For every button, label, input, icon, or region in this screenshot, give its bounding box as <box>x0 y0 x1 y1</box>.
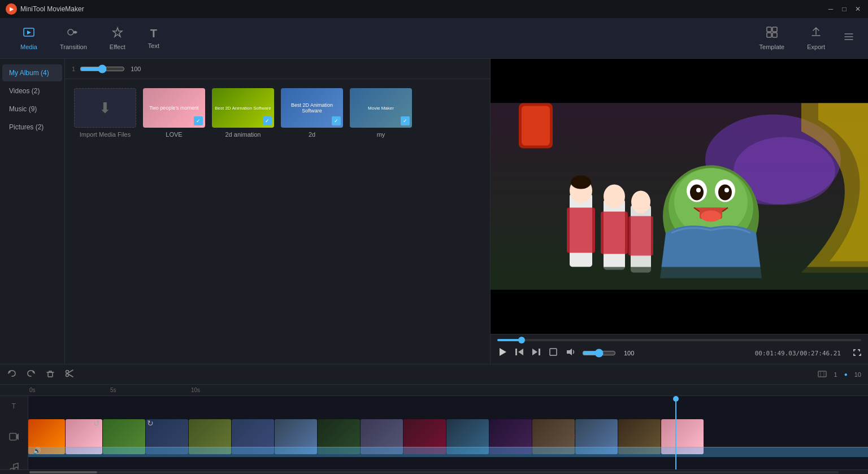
svg-point-23 <box>701 211 721 222</box>
timeline-tracks: T 🔊 ↺ ↻ <box>0 396 868 469</box>
svg-marker-41 <box>567 349 572 355</box>
import-label: Import Media Files <box>80 131 131 138</box>
love-label: LOVE <box>166 131 182 138</box>
svg-point-32 <box>631 191 650 214</box>
music-track-content <box>28 457 868 469</box>
svg-rect-34 <box>491 267 868 290</box>
sidebar-item-pictures[interactable]: Pictures (2) <box>2 119 62 136</box>
checkmark-2d: ✓ <box>332 116 341 125</box>
ruler-10s: 10s <box>191 387 245 393</box>
media-volume-value: 100 <box>131 66 141 72</box>
svg-marker-39 <box>532 349 537 355</box>
template-label: Template <box>760 44 785 50</box>
step-forward-button[interactable] <box>531 347 541 359</box>
titlebar: ▶ MiniTool MovieMaker ─ □ ✕ <box>0 0 868 18</box>
2d-label: 2d <box>309 131 315 138</box>
undo-button[interactable] <box>7 368 17 381</box>
template-icon <box>766 26 778 41</box>
crop-button[interactable] <box>548 347 558 359</box>
scissors-button[interactable] <box>64 368 75 381</box>
media-item-love[interactable]: Two people's moment ✓ LOVE <box>143 88 205 355</box>
music-track-label <box>0 457 28 469</box>
preview-time-display: 00:01:49.03/00:27:46.21 <box>755 350 841 357</box>
video-track: 🔊 ↺ ↻ <box>0 416 868 457</box>
import-icon: ⬇ <box>99 99 111 117</box>
svg-rect-6 <box>772 33 777 37</box>
transition-label: Transition <box>60 44 87 50</box>
media-icon <box>23 26 35 41</box>
toolbar-transition[interactable]: Transition <box>49 21 98 55</box>
restore-button[interactable]: □ <box>840 5 849 14</box>
text-label: Text <box>148 42 159 49</box>
delete-button[interactable] <box>45 368 55 381</box>
scrollbar-track[interactable] <box>29 471 839 473</box>
toolbar-export[interactable]: Export <box>798 21 834 55</box>
sidebar-item-music[interactable]: Music (9) <box>2 101 62 118</box>
preview-video <box>491 59 868 334</box>
minimize-button[interactable]: ─ <box>826 5 835 14</box>
media-volume-slider[interactable] <box>80 64 125 73</box>
svg-rect-38 <box>539 349 540 355</box>
fit-icon[interactable] <box>817 369 827 380</box>
svg-point-21 <box>724 188 729 193</box>
toolbar-text[interactable]: T Text <box>137 23 171 54</box>
svg-marker-35 <box>500 348 506 356</box>
step-back-button[interactable] <box>514 347 524 359</box>
import-media-button[interactable]: ⬇ Import Media Files <box>74 88 136 355</box>
progress-bar[interactable] <box>497 339 861 341</box>
media-label: Media <box>20 44 37 50</box>
text-track-label: T <box>0 396 28 416</box>
toolbar-media[interactable]: Media <box>9 21 49 55</box>
video-volume-icon: 🔊 <box>33 447 41 455</box>
hamburger-menu[interactable] <box>839 27 859 50</box>
svg-point-19 <box>718 185 732 201</box>
close-button[interactable]: ✕ <box>853 5 862 14</box>
end-marker: 10 <box>854 371 861 378</box>
svg-point-50 <box>10 468 14 469</box>
video-clip-redo: ↻ <box>147 419 154 428</box>
ruler-5s: 5s <box>110 387 164 393</box>
timeline-right-controls: 1 ● 10 <box>817 369 861 380</box>
redo-button[interactable] <box>26 368 36 381</box>
timeline-area: 1 ● 10 0s 5s 10s T <box>0 364 868 474</box>
window-controls: ─ □ ✕ <box>826 5 862 14</box>
svg-point-45 <box>66 370 69 373</box>
control-row: 100 00:01:49.03/00:27:46.21 <box>497 347 861 359</box>
toolbar-effect[interactable]: Effect <box>98 21 137 55</box>
scissors-overlay: ✂ <box>574 432 575 441</box>
media-grid: ⬇ Import Media Files Two people's moment… <box>65 79 490 364</box>
timeline-ruler: 0s 5s 10s <box>0 385 868 396</box>
transition-icon <box>67 26 80 41</box>
timeline-content: 0s 5s 10s T 🔊 <box>0 385 868 469</box>
2d-animation-label: 2d animation <box>225 131 261 138</box>
svg-rect-30 <box>601 212 628 254</box>
checkmark-love: ✓ <box>194 116 203 125</box>
svg-rect-10 <box>522 106 550 146</box>
media-item-2d-animation[interactable]: Best 2D Animation Software ✓ 2d animatio… <box>212 88 274 355</box>
dot-indicator: ● <box>844 371 848 377</box>
effect-label: Effect <box>110 44 125 50</box>
scrollbar-thumb[interactable] <box>29 471 97 473</box>
preview-volume-slider[interactable] <box>582 349 616 358</box>
media-item-my[interactable]: Movie Maker ✓ my <box>350 88 412 355</box>
sidebar-item-my-album[interactable]: My Album (4) <box>2 64 62 81</box>
zoom-level: 1 <box>834 371 837 378</box>
svg-point-18 <box>690 185 704 201</box>
media-item-2d[interactable]: Best 2D Animation Software ✓ 2d <box>281 88 343 355</box>
svg-point-20 <box>696 188 701 193</box>
progress-knob[interactable] <box>518 337 525 343</box>
preview-controls: 100 00:01:49.03/00:27:46.21 <box>491 334 868 364</box>
play-button[interactable] <box>497 347 507 359</box>
toolbar-template[interactable]: Template <box>750 21 794 55</box>
svg-rect-3 <box>767 27 771 32</box>
fullscreen-button[interactable] <box>852 348 861 359</box>
preview-canvas <box>491 59 868 334</box>
svg-rect-40 <box>550 349 557 355</box>
media-toolbar: 1 100 <box>65 59 490 79</box>
sidebar-item-videos[interactable]: Videos (2) <box>2 82 62 99</box>
svg-marker-2 <box>113 28 122 37</box>
video-track-label <box>0 416 28 457</box>
volume-button[interactable] <box>565 347 575 359</box>
export-label: Export <box>807 44 825 50</box>
ruler-0s: 0s <box>29 387 83 393</box>
